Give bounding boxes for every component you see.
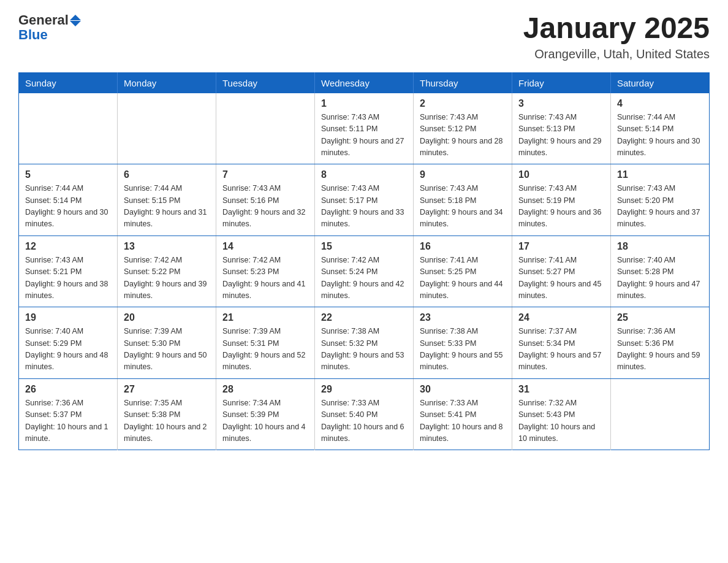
day-info: Sunrise: 7:35 AM Sunset: 5:38 PM Dayligh… (124, 397, 210, 445)
calendar-header-day-sunday: Sunday (19, 72, 118, 93)
day-number: 28 (222, 384, 308, 395)
day-number: 3 (518, 98, 604, 109)
day-number: 7 (222, 169, 308, 180)
day-info: Sunrise: 7:43 AM Sunset: 5:17 PM Dayligh… (321, 183, 407, 231)
day-number: 30 (420, 384, 506, 395)
calendar-header-day-friday: Friday (512, 72, 611, 93)
calendar-cell (216, 93, 315, 164)
day-info: Sunrise: 7:34 AM Sunset: 5:39 PM Dayligh… (222, 397, 308, 445)
calendar-header: SundayMondayTuesdayWednesdayThursdayFrid… (19, 72, 710, 93)
calendar-cell: 19Sunrise: 7:40 AM Sunset: 5:29 PM Dayli… (19, 307, 118, 379)
calendar-cell: 29Sunrise: 7:33 AM Sunset: 5:40 PM Dayli… (315, 378, 414, 450)
day-number: 25 (617, 312, 703, 323)
day-info: Sunrise: 7:42 AM Sunset: 5:22 PM Dayligh… (124, 255, 210, 302)
day-number: 9 (420, 169, 506, 180)
day-info: Sunrise: 7:43 AM Sunset: 5:13 PM Dayligh… (518, 112, 604, 159)
calendar-cell (19, 93, 118, 164)
day-info: Sunrise: 7:43 AM Sunset: 5:11 PM Dayligh… (321, 112, 407, 159)
day-info: Sunrise: 7:39 AM Sunset: 5:30 PM Dayligh… (124, 326, 210, 373)
day-number: 5 (25, 169, 111, 180)
day-info: Sunrise: 7:38 AM Sunset: 5:32 PM Dayligh… (321, 326, 407, 373)
calendar-header-day-wednesday: Wednesday (315, 72, 414, 93)
calendar-cell: 6Sunrise: 7:44 AM Sunset: 5:15 PM Daylig… (118, 164, 216, 236)
calendar-cell: 2Sunrise: 7:43 AM Sunset: 5:12 PM Daylig… (414, 93, 512, 164)
calendar-cell: 24Sunrise: 7:37 AM Sunset: 5:34 PM Dayli… (512, 307, 611, 379)
day-info: Sunrise: 7:33 AM Sunset: 5:41 PM Dayligh… (420, 397, 506, 445)
day-number: 2 (420, 98, 506, 109)
day-info: Sunrise: 7:44 AM Sunset: 5:15 PM Dayligh… (124, 183, 210, 231)
calendar-cell: 16Sunrise: 7:41 AM Sunset: 5:25 PM Dayli… (414, 236, 512, 307)
calendar-cell: 12Sunrise: 7:43 AM Sunset: 5:21 PM Dayli… (19, 236, 118, 307)
page-header: General Blue January 2025 Orangeville, U… (18, 12, 710, 61)
day-info: Sunrise: 7:32 AM Sunset: 5:43 PM Dayligh… (518, 397, 604, 445)
day-number: 15 (321, 241, 407, 252)
day-number: 31 (518, 384, 604, 395)
day-number: 14 (222, 241, 308, 252)
title-section: January 2025 Orangeville, Utah, United S… (523, 12, 710, 61)
calendar-cell: 18Sunrise: 7:40 AM Sunset: 5:28 PM Dayli… (611, 236, 710, 307)
calendar-cell: 13Sunrise: 7:42 AM Sunset: 5:22 PM Dayli… (118, 236, 216, 307)
day-info: Sunrise: 7:38 AM Sunset: 5:33 PM Dayligh… (420, 326, 506, 373)
calendar-body: 1Sunrise: 7:43 AM Sunset: 5:11 PM Daylig… (19, 93, 710, 450)
day-number: 18 (617, 241, 703, 252)
calendar-cell: 20Sunrise: 7:39 AM Sunset: 5:30 PM Dayli… (118, 307, 216, 379)
calendar-cell: 27Sunrise: 7:35 AM Sunset: 5:38 PM Dayli… (118, 378, 216, 450)
calendar-week-5: 26Sunrise: 7:36 AM Sunset: 5:37 PM Dayli… (19, 378, 710, 450)
calendar-cell: 17Sunrise: 7:41 AM Sunset: 5:27 PM Dayli… (512, 236, 611, 307)
day-number: 20 (124, 312, 210, 323)
day-info: Sunrise: 7:41 AM Sunset: 5:25 PM Dayligh… (420, 255, 506, 302)
calendar-header-day-monday: Monday (118, 72, 216, 93)
calendar-header-day-thursday: Thursday (414, 72, 512, 93)
calendar-cell (118, 93, 216, 164)
day-info: Sunrise: 7:39 AM Sunset: 5:31 PM Dayligh… (222, 326, 308, 373)
day-number: 16 (420, 241, 506, 252)
day-number: 4 (617, 98, 703, 109)
calendar-cell: 25Sunrise: 7:36 AM Sunset: 5:36 PM Dayli… (611, 307, 710, 379)
day-number: 23 (420, 312, 506, 323)
calendar-week-3: 12Sunrise: 7:43 AM Sunset: 5:21 PM Dayli… (19, 236, 710, 307)
day-number: 24 (518, 312, 604, 323)
calendar-cell: 14Sunrise: 7:42 AM Sunset: 5:23 PM Dayli… (216, 236, 315, 307)
day-info: Sunrise: 7:43 AM Sunset: 5:16 PM Dayligh… (222, 183, 308, 231)
day-info: Sunrise: 7:43 AM Sunset: 5:20 PM Dayligh… (617, 183, 703, 231)
day-number: 26 (25, 384, 111, 395)
day-number: 12 (25, 241, 111, 252)
day-number: 10 (518, 169, 604, 180)
day-number: 17 (518, 241, 604, 252)
day-number: 21 (222, 312, 308, 323)
calendar-cell: 21Sunrise: 7:39 AM Sunset: 5:31 PM Dayli… (216, 307, 315, 379)
calendar-header-row: SundayMondayTuesdayWednesdayThursdayFrid… (19, 72, 710, 93)
calendar-cell: 3Sunrise: 7:43 AM Sunset: 5:13 PM Daylig… (512, 93, 611, 164)
calendar-cell: 31Sunrise: 7:32 AM Sunset: 5:43 PM Dayli… (512, 378, 611, 450)
page-title: January 2025 (523, 12, 710, 45)
day-number: 27 (124, 384, 210, 395)
calendar-week-1: 1Sunrise: 7:43 AM Sunset: 5:11 PM Daylig… (19, 93, 710, 164)
day-number: 1 (321, 98, 407, 109)
calendar-cell: 10Sunrise: 7:43 AM Sunset: 5:19 PM Dayli… (512, 164, 611, 236)
day-number: 6 (124, 169, 210, 180)
day-info: Sunrise: 7:43 AM Sunset: 5:18 PM Dayligh… (420, 183, 506, 231)
calendar-cell: 5Sunrise: 7:44 AM Sunset: 5:14 PM Daylig… (19, 164, 118, 236)
day-info: Sunrise: 7:36 AM Sunset: 5:37 PM Dayligh… (25, 397, 111, 445)
day-number: 8 (321, 169, 407, 180)
day-info: Sunrise: 7:40 AM Sunset: 5:28 PM Dayligh… (617, 255, 703, 302)
calendar-cell: 23Sunrise: 7:38 AM Sunset: 5:33 PM Dayli… (414, 307, 512, 379)
calendar-week-2: 5Sunrise: 7:44 AM Sunset: 5:14 PM Daylig… (19, 164, 710, 236)
day-info: Sunrise: 7:43 AM Sunset: 5:19 PM Dayligh… (518, 183, 604, 231)
day-number: 11 (617, 169, 703, 180)
day-number: 19 (25, 312, 111, 323)
calendar-cell: 8Sunrise: 7:43 AM Sunset: 5:17 PM Daylig… (315, 164, 414, 236)
calendar-table: SundayMondayTuesdayWednesdayThursdayFrid… (18, 72, 710, 451)
calendar-cell: 9Sunrise: 7:43 AM Sunset: 5:18 PM Daylig… (414, 164, 512, 236)
day-info: Sunrise: 7:42 AM Sunset: 5:24 PM Dayligh… (321, 255, 407, 302)
day-info: Sunrise: 7:43 AM Sunset: 5:12 PM Dayligh… (420, 112, 506, 159)
day-info: Sunrise: 7:37 AM Sunset: 5:34 PM Dayligh… (518, 326, 604, 373)
day-info: Sunrise: 7:43 AM Sunset: 5:21 PM Dayligh… (25, 255, 111, 302)
day-info: Sunrise: 7:44 AM Sunset: 5:14 PM Dayligh… (25, 183, 111, 231)
day-info: Sunrise: 7:41 AM Sunset: 5:27 PM Dayligh… (518, 255, 604, 302)
logo-text-blue: Blue (18, 27, 48, 43)
day-info: Sunrise: 7:40 AM Sunset: 5:29 PM Dayligh… (25, 326, 111, 373)
day-info: Sunrise: 7:33 AM Sunset: 5:40 PM Dayligh… (321, 397, 407, 445)
calendar-cell (611, 378, 710, 450)
day-number: 22 (321, 312, 407, 323)
